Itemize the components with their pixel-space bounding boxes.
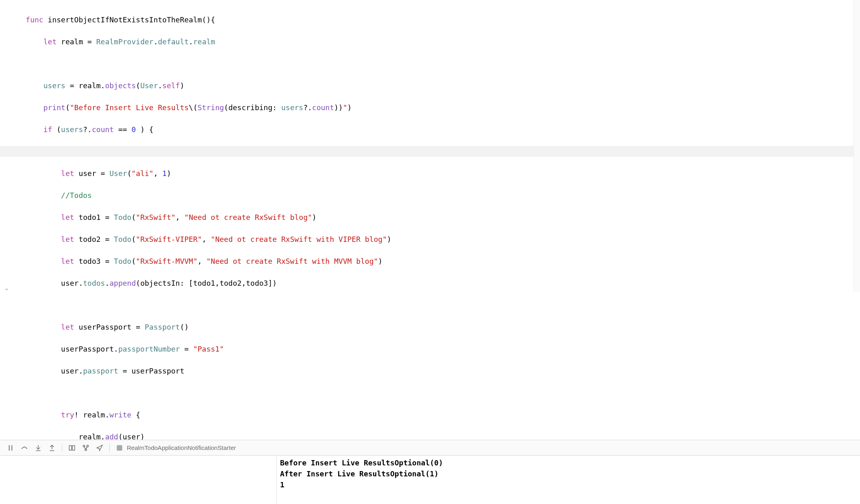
console-line: 1 bbox=[280, 479, 857, 490]
svg-rect-15 bbox=[117, 445, 122, 451]
svg-line-13 bbox=[86, 446, 87, 449]
toolbar-divider bbox=[109, 444, 110, 452]
keyword-let: let bbox=[43, 37, 57, 46]
code-line[interactable]: user.passport = userPassport bbox=[8, 365, 860, 376]
code-line[interactable]: let todo3 = Todo("RxSwift-MVVM", "Need o… bbox=[8, 256, 860, 267]
editor-scrollbar[interactable] bbox=[853, 0, 860, 292]
process-label[interactable]: RealmTodoApplicationNotificationStarter bbox=[127, 444, 236, 451]
debug-toolbar: RealmTodoApplicationNotificationStarter bbox=[0, 440, 860, 455]
code-line[interactable]: try! realm.write { bbox=[8, 409, 860, 420]
highlighted-line[interactable] bbox=[0, 146, 860, 157]
code-line[interactable] bbox=[8, 58, 860, 69]
svg-point-11 bbox=[85, 449, 87, 451]
svg-rect-8 bbox=[72, 445, 75, 450]
truncation-indicator: ⌄ bbox=[5, 285, 8, 291]
code-line[interactable]: if (users?.count == 0 ) { bbox=[8, 124, 860, 135]
code-line[interactable]: realm.add(user) bbox=[8, 431, 860, 440]
pause-icon[interactable] bbox=[4, 441, 17, 454]
code-line[interactable]: let user = User("ali", 1) bbox=[8, 168, 860, 179]
process-icon bbox=[113, 441, 126, 454]
code-line[interactable]: func insertObjectIfNotExistsIntoTheRealm… bbox=[8, 14, 860, 25]
debug-area: Before Insert Live ResultsOptional(0) Af… bbox=[0, 455, 860, 504]
toolbar-divider bbox=[62, 444, 62, 452]
func-name: insertObjectIfNotExistsIntoTheRealm(){ bbox=[43, 15, 215, 24]
code-line[interactable] bbox=[8, 300, 860, 311]
code-line[interactable]: //Todos bbox=[8, 190, 860, 201]
code-line[interactable]: let realm = RealmProvider.default.realm bbox=[8, 36, 860, 47]
step-into-icon[interactable] bbox=[32, 441, 45, 454]
location-icon[interactable] bbox=[93, 441, 106, 454]
code-line[interactable]: users = realm.objects(User.self) bbox=[8, 80, 860, 91]
svg-marker-14 bbox=[97, 445, 102, 451]
code-line[interactable]: print("Before Insert Live Results\(Strin… bbox=[8, 102, 860, 113]
code-line[interactable]: user.todos.append(objectsIn: [todo1,todo… bbox=[8, 278, 860, 289]
code-line[interactable]: userPassport.passportNumber = "Pass1" bbox=[8, 343, 860, 354]
comment: //Todos bbox=[61, 191, 92, 200]
step-out-icon[interactable] bbox=[46, 441, 59, 454]
keyword-func: func bbox=[26, 15, 43, 24]
code-line[interactable] bbox=[8, 387, 860, 398]
code-line[interactable]: let todo2 = Todo("RxSwift-VIPER", "Need … bbox=[8, 234, 860, 245]
code-editor[interactable]: func insertObjectIfNotExistsIntoTheRealm… bbox=[0, 0, 860, 440]
variables-pane[interactable] bbox=[0, 456, 276, 504]
debug-view-icon[interactable] bbox=[65, 441, 78, 454]
code-line[interactable]: let userPassport = Passport() bbox=[8, 322, 860, 332]
step-over-icon[interactable] bbox=[18, 441, 31, 454]
svg-rect-7 bbox=[69, 445, 72, 450]
memory-graph-icon[interactable] bbox=[79, 441, 92, 454]
console-pane[interactable]: Before Insert Live ResultsOptional(0) Af… bbox=[276, 456, 860, 504]
code-line[interactable]: let todo1 = Todo("RxSwift", "Need ot cre… bbox=[8, 212, 860, 223]
svg-line-12 bbox=[85, 446, 85, 449]
console-line: After Insert Live ResultsOptional(1) bbox=[280, 468, 857, 479]
console-line: Before Insert Live ResultsOptional(0) bbox=[280, 457, 857, 468]
